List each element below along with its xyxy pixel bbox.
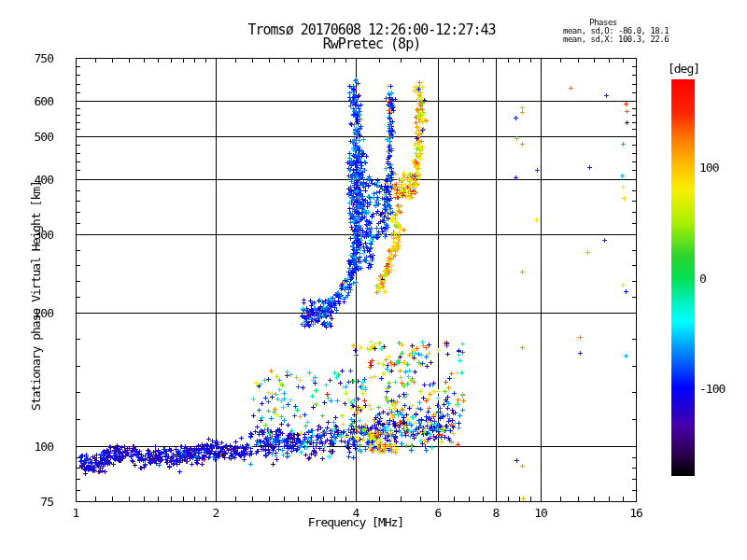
y-axis-label: Stationary phase Virtual Height [km] — [29, 181, 43, 411]
y-tick-label: 750 — [9, 51, 53, 65]
colorbar-tick-label: 0 — [699, 272, 706, 286]
y-tick-label: 200 — [9, 306, 53, 320]
ionogram-figure: Tromsø 20170608 12:26:00-12:27:43 RwPret… — [0, 0, 747, 560]
phase-colorbar — [671, 79, 695, 476]
colorbar-tick-label: 100 — [699, 161, 718, 175]
x-tick-label: 16 — [617, 506, 655, 520]
y-tick-label: 400 — [9, 173, 53, 187]
y-tick-label: 500 — [9, 130, 53, 144]
y-tick-label: 300 — [9, 228, 53, 242]
colorbar-tick-label: -100 — [699, 382, 725, 396]
x-tick-label: 4 — [337, 506, 374, 520]
x-tick-label: 8 — [477, 506, 514, 520]
y-tick-label: 75 — [9, 495, 53, 509]
y-tick-label: 600 — [9, 94, 53, 108]
y-tick-label: 100 — [9, 440, 53, 454]
x-mode-stats: mean, sd,X: 100.3, 22.6 — [563, 35, 669, 44]
x-tick-label: 2 — [197, 506, 234, 520]
x-tick-label: 6 — [419, 506, 457, 520]
x-tick-label: 10 — [522, 506, 559, 520]
colorbar-unit-label: [deg] — [660, 62, 707, 76]
ionogram-plot-canvas — [0, 0, 747, 560]
x-tick-label: 1 — [57, 506, 94, 520]
